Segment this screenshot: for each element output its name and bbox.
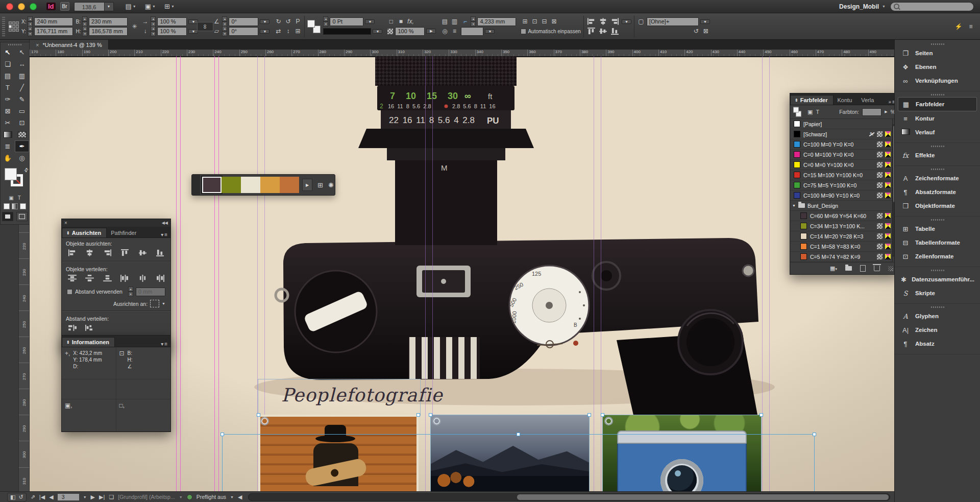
dock-group-grip[interactable] [895,218,980,222]
scissors-tool[interactable]: ✂ [1,117,15,129]
tab-close-icon[interactable]: × [36,42,39,48]
corner-radius-stepper[interactable] [471,16,476,27]
align-bottom-button[interactable] [610,28,620,35]
dock-item-absatz[interactable]: ¶Absatz [898,337,977,350]
note-tool[interactable]: ≣ [1,140,15,152]
apply-color-button[interactable] [4,203,10,209]
normal-view-button[interactable] [2,212,13,221]
ruler-guide[interactable] [214,56,215,491]
horizontal-ruler[interactable]: 1701801902002102202302402502602702802903… [30,50,894,57]
dock-item-effekte[interactable]: fxEffekte [898,149,977,162]
dock-item-seiten[interactable]: ❐Seiten [898,46,977,60]
stroke-style-swatch[interactable] [323,28,371,35]
wrap-shape-button[interactable]: ◎ [440,28,449,35]
stroke-weight-dropdown[interactable]: ▼ [365,19,375,24]
align-hcenter-button[interactable] [598,18,608,26]
tab-pathfinder[interactable]: Pathfinder [107,228,141,237]
tools-panel-grip[interactable] [1,42,29,46]
align-options-dropdown[interactable]: ▼ [622,19,631,24]
scale-y-stepper[interactable] [151,26,156,36]
theme-swatch[interactable] [260,177,280,193]
rotation-dropdown[interactable]: ▼ [260,19,270,24]
dock-item-tabellenformate[interactable]: ⊟Tabellenformate [898,236,977,249]
previous-page-button[interactable]: ◀ [49,494,53,500]
zoom-level-combo[interactable]: 138,6 ▼ [74,2,114,11]
distribute-vcenter-button[interactable] [85,274,95,282]
control-panel-menu-icon[interactable]: ≡ [967,23,975,30]
horizontal-scrollbar[interactable] [248,493,890,501]
scroll-left-button[interactable]: ◀ [238,494,242,500]
column-guide[interactable] [594,56,594,491]
dock-item-ebenen[interactable]: ❖Ebenen [898,60,977,74]
page-tool[interactable]: ❏ [1,58,15,70]
dock-item-zellenformate[interactable]: ⊡Zellenformate [898,250,977,263]
fit-proportional-button[interactable]: ⊠ [550,18,558,25]
y-stepper[interactable] [28,26,33,36]
distribute-top-button[interactable] [67,274,78,282]
bridge-button[interactable]: Br [60,2,69,11]
selection-bounding-right[interactable] [814,434,815,491]
new-color-group-button[interactable] [845,266,852,271]
window-zoom-button[interactable] [30,3,37,10]
height-stepper[interactable] [82,26,87,36]
dock-item-zeichen[interactable]: A|Zeichen [898,323,977,337]
page-number-field[interactable]: 3 [58,494,79,500]
dock-group-grip[interactable] [895,42,980,46]
frame-handle[interactable] [429,413,432,417]
swatch-row[interactable]: C=60 M=69 Y=54 K=60 [790,211,894,221]
selection-handle[interactable] [813,433,816,436]
preflight-label[interactable]: Preflight aus [197,494,226,500]
workspace-switcher[interactable]: Design_Mobil ▼ [839,3,886,10]
align-panel-close-icon[interactable]: × [64,220,67,226]
shear-dropdown[interactable]: ▼ [260,29,270,34]
object-style-field[interactable]: [Ohne]+ [647,17,699,26]
display-quality-icon[interactable]: ◧ [10,494,15,500]
content-grabber[interactable] [432,417,441,425]
quick-apply-icon[interactable]: ⚡ [954,23,963,30]
break-link-style-button[interactable]: ⊠ [702,28,710,35]
apply-none-button[interactable] [20,203,26,209]
reference-point-proxy[interactable] [9,21,19,32]
dock-item-verlauf[interactable]: Verlauf [898,126,977,139]
flip-horizontal-button[interactable]: ⇄ [274,28,282,35]
align-top-button[interactable] [120,249,131,256]
info-panel-menu-icon[interactable]: ▾≡ [158,341,170,347]
frame-handle[interactable] [601,413,604,417]
object-effect-icon[interactable]: ■ [397,18,405,25]
dock-group-grip[interactable] [895,167,980,171]
first-page-button[interactable]: |◀ [39,494,45,500]
preflight-profile-label[interactable]: [Grundprofil] (Arbeitsp... [118,494,175,500]
formatting-text-icon[interactable]: T [18,195,21,201]
swatch-row[interactable]: [Papier] [790,119,894,129]
tint-flyout-icon[interactable]: ▶ [885,110,887,114]
swatch-row[interactable]: C=100 M=0 Y=0 K=0 [790,139,894,150]
fill-color-well[interactable] [5,168,17,180]
constrain-scale-link-icon[interactable]: ∞ [197,22,213,31]
tab-ausrichten[interactable]: ⇕Ausrichten [62,228,107,237]
tab-kontur[interactable]: Kontu [834,95,857,105]
gap-tool[interactable]: ↔ [15,58,29,70]
color-theme-toolbar[interactable]: ▶ ⊞ ✺ [191,174,335,196]
dock-item-kontur[interactable]: ≡Kontur [898,112,977,125]
horizontal-space-button[interactable] [83,324,94,331]
frame-handle[interactable] [587,413,591,417]
line-tool[interactable]: ╱ [15,82,29,93]
shear-stepper[interactable] [222,26,227,36]
fx-button[interactable]: fx, [406,18,414,25]
dock-group-grip[interactable] [895,144,980,148]
page-number-dropdown[interactable]: ▼ [83,495,87,499]
clear-overrides-button[interactable]: ↺ [692,28,700,35]
distribute-right-button[interactable] [155,274,166,282]
swatch-row[interactable]: C=15 M=100 Y=100 K=0 [790,170,894,180]
gradient-tool[interactable] [1,129,15,140]
tab-informationen[interactable]: ⇕Informationen [62,337,115,347]
theme-swatch[interactable] [280,177,299,193]
theme-swatch[interactable] [202,177,222,193]
apply-to-text-icon[interactable]: T [816,109,819,115]
dock-item-glyphen[interactable]: AGlyphen [898,309,977,323]
fill-stroke-proxy[interactable] [307,20,321,33]
rotate-cw-button[interactable]: ↻ [274,18,282,25]
opacity-dropdown[interactable]: ▶ [426,29,436,34]
column-guide[interactable] [762,56,763,491]
dock-item-verknuepfungen[interactable]: ∞Verknüpfungen [898,74,977,87]
